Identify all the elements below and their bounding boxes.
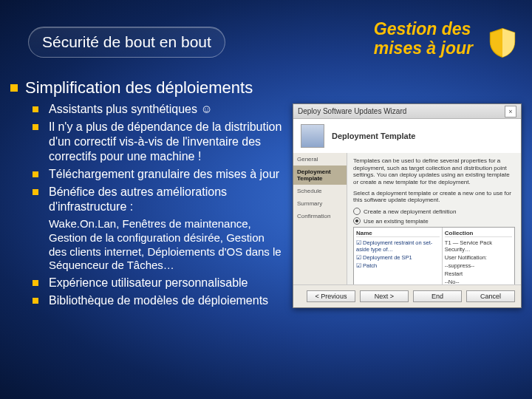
wizard-main: Templates can be used to define several … (347, 153, 521, 285)
wizard-nav-step[interactable]: General (293, 153, 347, 166)
wizard-radio-existing[interactable]: Use an existing template (353, 217, 515, 225)
wizard-radio-label: Create a new deployment definition (364, 208, 456, 215)
wizard-titlebar: Deploy Software Updates Wizard × (293, 104, 521, 119)
header-subtitle-line1: Gestion des (374, 19, 473, 38)
end-button[interactable]: End (413, 290, 462, 302)
bullet-list: Assistants plus synthétiques ☺ Il n'y a … (10, 102, 284, 214)
wizard-list-right: Collection T1 — Service Pack Security… U… (443, 228, 514, 291)
wizard-dialog: Deploy Software Updates Wizard × Deploym… (293, 103, 522, 308)
wizard-radio-label: Use an existing template (364, 218, 429, 225)
wizard-nav-step[interactable]: Summary (293, 197, 347, 210)
wizard-banner-title: Deployment Template (332, 132, 416, 140)
wizard-intro-text: Templates can be used to define several … (353, 157, 515, 185)
section-heading-row: Simplification des déploiements (10, 78, 284, 98)
list-item: T1 — Service Pack Security… (445, 239, 512, 253)
section-heading: Simplification des déploiements (25, 78, 253, 98)
wizard-nav-step-active[interactable]: Deployment Template (293, 166, 347, 185)
wizard-nav-step[interactable]: Schedule (293, 185, 347, 197)
wizard-template-list[interactable]: Name ☑ Deployment restraint on set-aside… (353, 227, 515, 292)
wizard-window-title: Deploy Software Updates Wizard (298, 107, 406, 115)
bullet-subtext: Wake.On.Lan, Fenêtres de maintenance, Ge… (49, 217, 284, 273)
slide: Sécurité de bout en bout Gestion des mis… (0, 0, 532, 399)
wizard-nav-step[interactable]: Confirmation (293, 210, 347, 222)
cancel-button[interactable]: Cancel (466, 290, 515, 302)
bullet-item: Bénéfice des autres améliorations d'infr… (46, 185, 284, 214)
slide-title: Sécurité de bout en bout (28, 27, 225, 58)
wizard-banner: Deployment Template (293, 119, 521, 154)
bullet-item: Il n'y a plus de dépendance de la distri… (46, 120, 284, 164)
bullet-item: Assistants plus synthétiques ☺ (46, 102, 284, 117)
wizard-prompt-text: Select a deployment template or create a… (353, 190, 515, 203)
wizard-footer: < Previous Next > End Cancel (293, 284, 521, 307)
bullet-list-2: Expérience utilisateur personnalisable B… (10, 276, 284, 308)
bullet-item: Téléchargement granulaire des mises à jo… (46, 167, 284, 182)
list-item[interactable]: ☑ Deployment de SP1 (356, 253, 440, 262)
wizard-list-left: Name ☑ Deployment restraint on set-aside… (354, 228, 443, 291)
content-left: Simplification des déploiements Assistan… (10, 78, 284, 311)
header-subtitle: Gestion des mises à jour (374, 19, 473, 58)
wizard-nav: General Deployment Template Schedule Sum… (293, 153, 347, 285)
wizard-list-left-header: Name (356, 230, 440, 237)
header-subtitle-line2: mises à jour (374, 38, 473, 58)
list-item: --suppress-- (445, 262, 512, 270)
shield-icon (486, 27, 519, 59)
previous-button[interactable]: < Previous (307, 290, 355, 302)
list-item[interactable]: ☑ Patch (356, 262, 440, 270)
wizard-radio-new[interactable]: Create a new deployment definition (353, 208, 515, 215)
radio-icon (353, 208, 361, 215)
list-item[interactable]: ☑ Deployment restraint on set-aside type… (356, 239, 440, 253)
next-button[interactable]: Next > (360, 290, 409, 302)
bullet-item: Expérience utilisateur personnalisable (46, 276, 284, 290)
wizard-body: General Deployment Template Schedule Sum… (293, 153, 521, 285)
wizard-list-right-header: Collection (445, 230, 512, 237)
bullet-marker-icon (10, 84, 18, 92)
radio-icon-selected (353, 217, 361, 225)
bullet-item: Bibliothèque de modèles de déploiements (46, 293, 284, 308)
close-icon[interactable]: × (505, 106, 516, 117)
list-item: Restart (445, 270, 512, 278)
wizard-banner-icon (301, 124, 324, 148)
list-item: User Notification: (445, 253, 512, 262)
